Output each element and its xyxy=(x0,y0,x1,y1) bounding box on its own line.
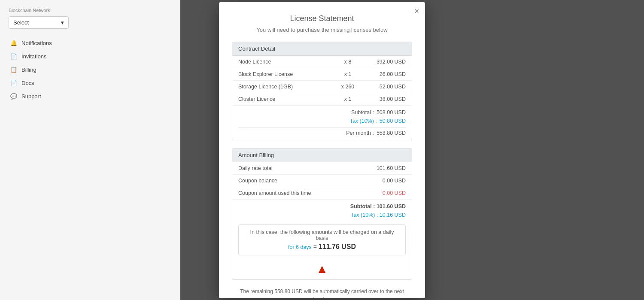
table-row: Storage Licence (1GB) x 260 52.00 USD xyxy=(232,81,412,93)
contract-detail-body: Node Licence x 8 392.00 USD Block Explor… xyxy=(232,56,412,140)
amount-totals: Subtotal : 101.60 USD Tax (10%) : 10.16 … xyxy=(232,200,412,220)
row-value: 38.00 USD xyxy=(363,96,406,102)
tax-row: Tax (10%) : 50.80 USD xyxy=(238,117,406,125)
tax-label: Tax (10%) : xyxy=(350,118,377,124)
license-statement-modal: × License Statement You will need to pur… xyxy=(219,2,425,298)
amount-billing-body: Daily rate total 101.60 USD Coupon balan… xyxy=(232,162,412,279)
per-month-label: Per month : xyxy=(346,130,374,136)
coupon-used-label: Coupon amount used this time xyxy=(238,190,383,196)
table-row: Node Licence x 8 392.00 USD xyxy=(232,56,412,68)
modal-subtitle: You will need to purchase the missing li… xyxy=(232,27,412,33)
up-arrow-annotation: ▲ xyxy=(232,261,412,279)
modal-backdrop: × License Statement You will need to pur… xyxy=(0,0,644,300)
daily-info-text: In this case, the following amounts will… xyxy=(245,229,399,241)
row-qty: x 260 xyxy=(333,84,363,90)
row-qty: x 8 xyxy=(333,59,363,65)
amount-subtotal-text: Subtotal : 101.60 USD xyxy=(350,203,406,209)
contract-detail-section: Contract Detail Node Licence x 8 392.00 … xyxy=(232,42,412,140)
coupon-balance-value: 0.00 USD xyxy=(383,178,406,184)
contract-detail-header: Contract Detail xyxy=(232,42,412,56)
daily-rate-label: Daily rate total xyxy=(238,165,377,171)
row-qty: x 1 xyxy=(333,96,363,102)
contract-totals: Subtotal : 508.00 USD Tax (10%) : 50.80 … xyxy=(232,106,412,140)
row-label: Cluster Licence xyxy=(238,96,333,102)
days-amount: for 6 days = 111.76 USD xyxy=(245,243,399,251)
table-row: Cluster Licence x 1 38.00 USD xyxy=(232,93,412,106)
equals-sign: = xyxy=(313,243,319,250)
billing-row-daily: Daily rate total 101.60 USD xyxy=(232,162,412,175)
row-value: 392.00 USD xyxy=(363,59,406,65)
billing-row-coupon-used: Coupon amount used this time 0.00 USD xyxy=(232,187,412,200)
tax-value: 50.80 USD xyxy=(380,118,406,124)
subtotal-label: Subtotal : xyxy=(351,109,374,115)
row-qty: x 1 xyxy=(333,71,363,77)
row-value: 26.00 USD xyxy=(363,71,406,77)
row-value: 52.00 USD xyxy=(363,84,406,90)
amount-tax-row: Tax (10%) : 10.16 USD xyxy=(238,211,406,219)
total-amount: 111.76 USD xyxy=(319,243,356,250)
row-label: Storage Licence (1GB) xyxy=(238,84,333,90)
row-label: Block Explorer License xyxy=(238,71,333,77)
footer-note: The remaining 558.80 USD will be automat… xyxy=(232,288,412,298)
days-label: for 6 days xyxy=(288,244,312,250)
subtotal-row: Subtotal : 508.00 USD xyxy=(238,108,406,117)
subtotal-value: 508.00 USD xyxy=(377,109,406,115)
amount-billing-section: Amount Billing Daily rate total 101.60 U… xyxy=(232,148,412,280)
per-month-row: Per month : 558.80 USD xyxy=(238,127,406,137)
amount-tax-text: Tax (10%) : 10.16 USD xyxy=(351,212,406,218)
footer-note-line1: The remaining 558.80 USD will be automat… xyxy=(240,288,404,298)
daily-info-box: In this case, the following amounts will… xyxy=(238,224,406,255)
up-arrow-icon: ▲ xyxy=(316,262,328,276)
amount-billing-header: Amount Billing xyxy=(232,148,412,162)
row-label: Node Licence xyxy=(238,59,333,65)
per-month-value: 558.80 USD xyxy=(377,130,406,136)
modal-title: License Statement xyxy=(232,14,412,23)
billing-row-coupon-balance: Coupon balance 0.00 USD ◄ xyxy=(232,175,412,187)
coupon-used-value: 0.00 USD xyxy=(383,190,406,196)
table-row: Block Explorer License x 1 26.00 USD xyxy=(232,68,412,81)
coupon-balance-label: Coupon balance xyxy=(238,178,383,184)
daily-rate-value: 101.60 USD xyxy=(377,165,406,171)
amount-subtotal-row: Subtotal : 101.60 USD xyxy=(238,202,406,211)
close-button[interactable]: × xyxy=(414,7,419,15)
